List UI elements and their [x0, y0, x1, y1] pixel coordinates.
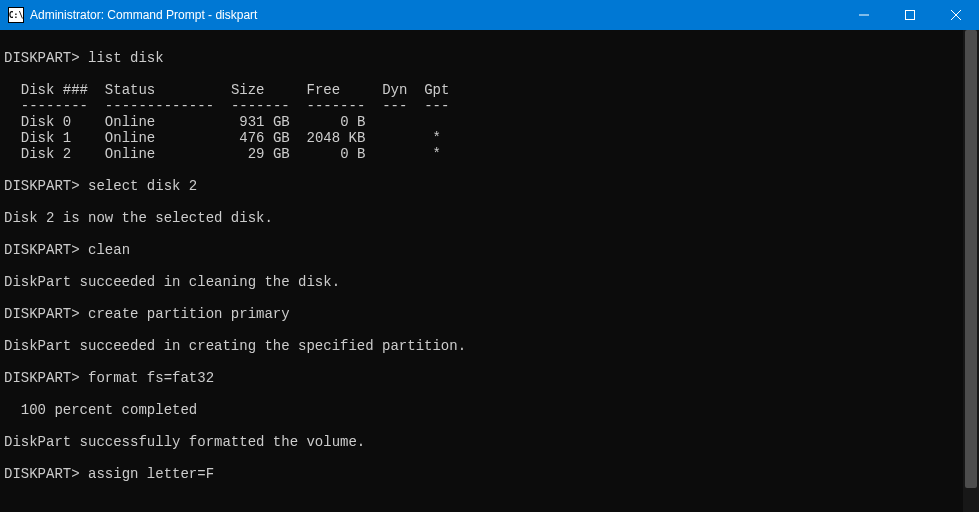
close-icon: [951, 10, 961, 20]
cmd-icon: C:\: [8, 7, 24, 23]
scrollbar[interactable]: [963, 30, 979, 512]
cmd-list-disk: list disk: [88, 50, 164, 66]
table-separator-row: -------- ------------- ------- ------- -…: [4, 98, 449, 114]
cmd-clean: clean: [88, 242, 130, 258]
cmd-format: format fs=fat32: [88, 370, 214, 386]
minimize-button[interactable]: [841, 0, 887, 30]
minimize-icon: [859, 10, 869, 20]
maximize-icon: [905, 10, 915, 20]
cmd-create-partition: create partition primary: [88, 306, 290, 322]
table-row: Disk 2 Online 29 GB 0 B *: [4, 146, 441, 162]
terminal-output[interactable]: DISKPART> list disk Disk ### Status Size…: [0, 30, 979, 512]
table-row: Disk 0 Online 931 GB 0 B: [4, 114, 433, 130]
prompt: DISKPART>: [4, 306, 80, 322]
prompt: DISKPART>: [4, 178, 80, 194]
command-prompt-window: C:\ Administrator: Command Prompt - disk…: [0, 0, 979, 512]
msg-selected: Disk 2 is now the selected disk.: [4, 210, 273, 226]
cmd-select-disk: select disk 2: [88, 178, 197, 194]
titlebar[interactable]: C:\ Administrator: Command Prompt - disk…: [0, 0, 979, 30]
maximize-button[interactable]: [887, 0, 933, 30]
table-row: Disk 1 Online 476 GB 2048 KB *: [4, 130, 441, 146]
prompt: DISKPART>: [4, 242, 80, 258]
close-button[interactable]: [933, 0, 979, 30]
window-title: Administrator: Command Prompt - diskpart: [30, 8, 841, 22]
svg-rect-1: [906, 11, 915, 20]
msg-clean-ok: DiskPart succeeded in cleaning the disk.: [4, 274, 340, 290]
msg-percent: 100 percent completed: [4, 402, 197, 418]
cmd-assign: assign letter=F: [88, 466, 214, 482]
msg-format-ok: DiskPart successfully formatted the volu…: [4, 434, 365, 450]
prompt: DISKPART>: [4, 370, 80, 386]
window-controls: [841, 0, 979, 30]
prompt: DISKPART>: [4, 466, 80, 482]
prompt: DISKPART>: [4, 50, 80, 66]
msg-partition-ok: DiskPart succeeded in creating the speci…: [4, 338, 466, 354]
table-header-row: Disk ### Status Size Free Dyn Gpt: [4, 82, 449, 98]
scrollbar-thumb[interactable]: [965, 30, 977, 488]
